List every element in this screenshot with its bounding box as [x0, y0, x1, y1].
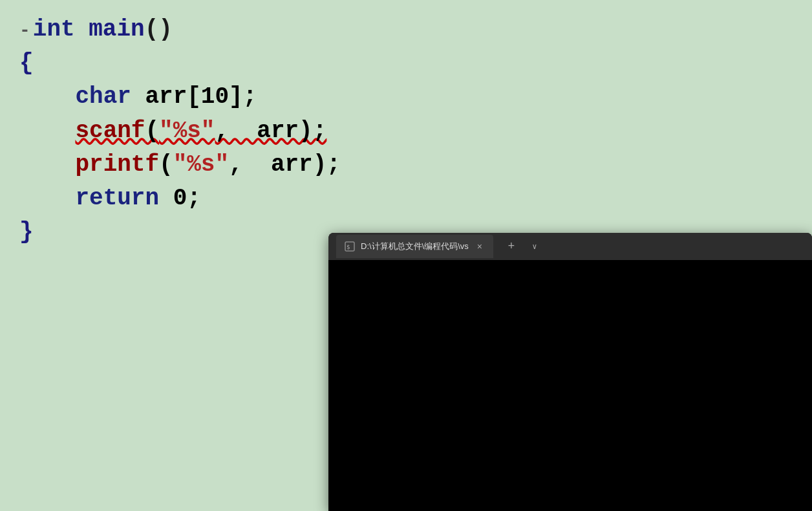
- code-line-4: scanf("%s", arr);: [19, 114, 793, 148]
- code-line-6: return 0;: [19, 182, 793, 215]
- terminal-dropdown-button[interactable]: ∨: [526, 237, 544, 256]
- keyword-int: int: [33, 13, 75, 47]
- fn-main: main: [89, 13, 144, 47]
- keyword-return: return: [75, 182, 159, 215]
- printf-format-string: "%s": [173, 148, 229, 182]
- scanf-arg-arr: , arr);: [215, 114, 326, 148]
- keyword-char: char: [75, 80, 131, 114]
- code-line-1: -int main(): [19, 13, 793, 47]
- new-tab-button[interactable]: +: [502, 237, 520, 256]
- terminal-close-button[interactable]: ×: [474, 241, 486, 252]
- fn-printf: printf: [75, 148, 159, 182]
- terminal-titlebar: $ D:\计算机总文件\编程代码\vs × + ∨: [328, 233, 812, 260]
- code-line-3: char arr[10];: [19, 80, 793, 114]
- terminal-tab-icon: $: [344, 241, 356, 252]
- open-brace: {: [19, 47, 34, 80]
- terminal-window: $ D:\计算机总文件\编程代码\vs × + ∨: [328, 233, 812, 511]
- svg-text:$: $: [347, 244, 350, 250]
- scanf-format-string: "%s": [159, 114, 215, 148]
- code-line-5: printf("%s", arr);: [19, 148, 793, 182]
- terminal-tab-title: D:\计算机总文件\编程代码\vs: [361, 241, 469, 252]
- code-line-2: {: [19, 47, 793, 80]
- scanf-args: (: [145, 114, 159, 148]
- line-indicator-1: -: [19, 18, 30, 45]
- terminal-tab[interactable]: $ D:\计算机总文件\编程代码\vs ×: [336, 235, 493, 258]
- fn-scanf: scanf: [75, 114, 145, 148]
- paren-open-close: (): [145, 13, 173, 47]
- terminal-body: [328, 260, 812, 511]
- close-brace: }: [19, 215, 34, 249]
